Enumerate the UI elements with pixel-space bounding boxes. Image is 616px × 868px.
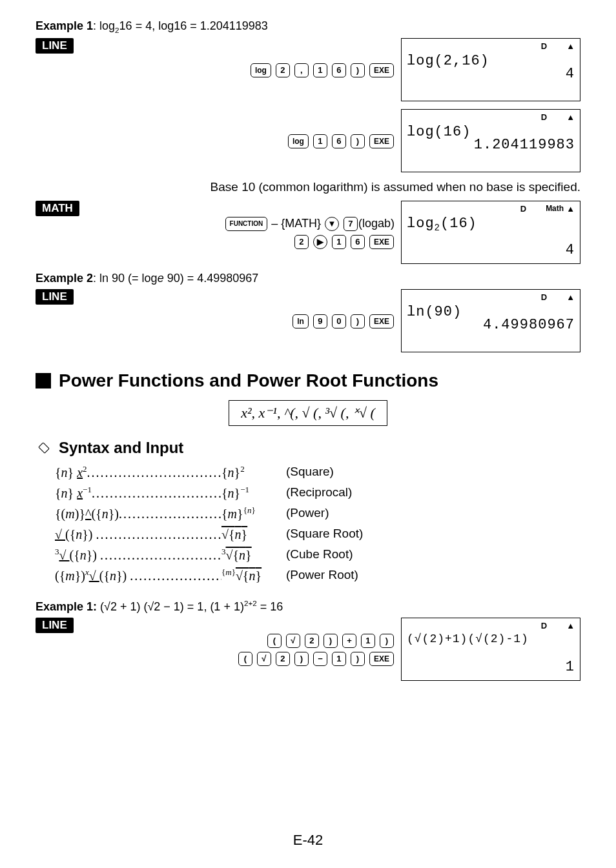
sub-heading: Syntax and Input — [36, 439, 580, 457]
key-6: 6 — [332, 63, 346, 77]
up-icon: ▲ — [566, 112, 575, 122]
syntax-table: {n} x2 {n}2 (Square) {n} x−1 {n}−1 (Reci… — [55, 462, 580, 586]
key-rparen: ) — [380, 634, 394, 648]
status-d: D — [520, 204, 526, 214]
example3-heading: Example 1: (√2 + 1) (√2 − 1) = 1, (1 + 1… — [36, 599, 580, 614]
key-6: 6 — [351, 235, 365, 249]
keyseq-sqrt-1: ( √ 2 ) + 1 ) — [267, 631, 395, 649]
row-log-2-16: LINE log 2 , 1 6 ) EXE D ▲ log(2,16) 4 — [36, 38, 580, 101]
key-1: 1 — [332, 235, 346, 249]
key-rparen: ) — [351, 314, 365, 328]
example2-text: : ln 90 (= loge 90) = 4.49980967 — [93, 272, 258, 285]
key-right: ▶ — [313, 235, 327, 249]
key-1: 1 — [313, 63, 327, 77]
screen-log-16: D ▲ log(16) 1.204119983 — [401, 109, 580, 172]
key-sqrt: √ — [286, 634, 300, 648]
screen-result: 4 — [566, 242, 575, 258]
row-sqrt-product: LINE ( √ 2 ) + 1 ) ( √ 2 ) − 1 ) EXE — [36, 618, 580, 681]
key-1: 1 — [332, 652, 346, 666]
screen-log-2-16: D ▲ log(2,16) 4 — [401, 38, 580, 101]
key-comma: , — [294, 63, 309, 77]
up-icon: ▲ — [566, 621, 575, 631]
key-minus: − — [313, 652, 327, 666]
screen-input: log(2,16) — [407, 53, 489, 69]
screen-result: 4.49980967 — [483, 317, 575, 333]
row-log-16: log 1 6 ) EXE D ▲ log(16) 1.204119983 — [36, 109, 580, 172]
keyseq-logab-2: 2 ▶ 1 6 EXE — [294, 232, 395, 250]
math-badge: MATH — [36, 201, 79, 216]
key-rparen: ) — [323, 634, 338, 648]
example1-label: Example 1 — [36, 19, 93, 32]
key-rparen: ) — [351, 63, 365, 77]
table-row: {n} x−1 {n}−1 (Reciprocal) — [55, 483, 580, 503]
screen-result: 1.204119983 — [474, 137, 575, 153]
screen-input: log(16) — [407, 124, 471, 140]
example1-text: : log216 = 4, log16 = 1.204119983 — [93, 19, 268, 32]
status-d: D — [541, 292, 547, 302]
row-logab: MATH FUNCTION – {MATH} ▼ 7(logab) 2 ▶ 1 … — [36, 201, 580, 264]
keyseq-log-2-16: log 2 , 1 6 ) EXE — [250, 61, 395, 79]
screen-ln90: D ▲ ln(90) 4.49980967 — [401, 289, 580, 352]
up-icon: ▲ — [566, 204, 575, 214]
table-row: {n} x2 {n}2 (Square) — [55, 462, 580, 483]
key-function: FUNCTION — [225, 217, 268, 231]
line-badge: LINE — [36, 289, 74, 305]
status-d: D — [541, 621, 547, 631]
key-plus: + — [342, 634, 356, 648]
sub-heading-text: Syntax and Input — [59, 439, 183, 457]
key-2: 2 — [305, 634, 319, 648]
status-d: D — [541, 112, 547, 122]
screen-result: 4 — [566, 66, 575, 82]
example3-label: Example 1: — [36, 600, 97, 613]
screen-result: 1 — [566, 659, 575, 675]
section-heading-text: Power Functions and Power Root Functions — [59, 370, 438, 391]
key-rparen: ) — [351, 652, 365, 666]
section-heading: Power Functions and Power Root Functions — [36, 370, 580, 391]
key-2: 2 — [276, 652, 290, 666]
key-6: 6 — [332, 134, 346, 148]
up-icon: ▲ — [566, 41, 575, 51]
row-ln90: LINE ln 9 0 ) EXE D ▲ ln(90) 4.49980967 — [36, 289, 580, 352]
key-log: log — [251, 63, 271, 77]
manual-page: Example 1: log216 = 4, log16 = 1.2041199… — [0, 0, 616, 868]
key-0: 0 — [332, 314, 346, 328]
up-icon: ▲ — [566, 292, 575, 302]
table-row: 3√ ({n}) 3√{n} (Cube Root) — [55, 545, 580, 565]
key-exe: EXE — [369, 314, 394, 328]
formula-box: x², x⁻¹, ^(, √ (, ³√ (, ˣ√ ( — [229, 400, 387, 426]
screen-sqrt-product: D ▲ (√(2)+1)(√(2)-1) 1 — [401, 618, 580, 681]
nav-icon — [36, 441, 52, 454]
line-badge: LINE — [36, 618, 74, 633]
key-rparen: ) — [351, 134, 365, 148]
screen-logab: D Math ▲ log2(16) 4 — [401, 201, 580, 264]
key-2: 2 — [276, 63, 290, 77]
example1-heading: Example 1: log216 = 4, log16 = 1.2041199… — [36, 19, 580, 34]
key-down: ▼ — [325, 217, 339, 231]
key-2: 2 — [294, 235, 309, 249]
page-number: E-42 — [0, 832, 616, 849]
key-lparen: ( — [267, 634, 282, 648]
square-bullet-icon — [36, 373, 51, 389]
example2-heading: Example 2: ln 90 (= loge 90) = 4.4998096… — [36, 272, 580, 285]
table-row: {(m)}^({n}) {m}{n} (Power) — [55, 503, 580, 524]
key-sqrt: √ — [257, 652, 271, 666]
example2-label: Example 2 — [36, 272, 93, 285]
key-1: 1 — [313, 134, 327, 148]
keyseq-sqrt-2: ( √ 2 ) − 1 ) EXE — [238, 649, 395, 667]
screen-input: log2(16) — [407, 216, 477, 233]
screen-input: ln(90) — [407, 304, 462, 320]
keyseq-logab-1: FUNCTION – {MATH} ▼ 7(logab) — [225, 214, 395, 232]
base10-note: Base 10 (common logarithm) is assumed wh… — [36, 180, 580, 194]
example3-text: (√2 + 1) (√2 − 1) = 1, (1 + 1)2+2 = 16 — [97, 600, 283, 613]
status-d: D — [541, 41, 547, 51]
key-log: log — [288, 134, 309, 148]
keyseq-log-16: log 1 6 ) EXE — [287, 132, 395, 150]
key-lparen: ( — [238, 652, 252, 666]
key-exe: EXE — [369, 235, 394, 249]
key-rparen: ) — [294, 652, 309, 666]
status-math: Math — [546, 204, 564, 214]
key-exe: EXE — [369, 652, 394, 666]
key-exe: EXE — [369, 134, 394, 148]
key-7: 7 — [344, 217, 358, 231]
screen-input: (√(2)+1)(√(2)-1) — [407, 632, 529, 645]
